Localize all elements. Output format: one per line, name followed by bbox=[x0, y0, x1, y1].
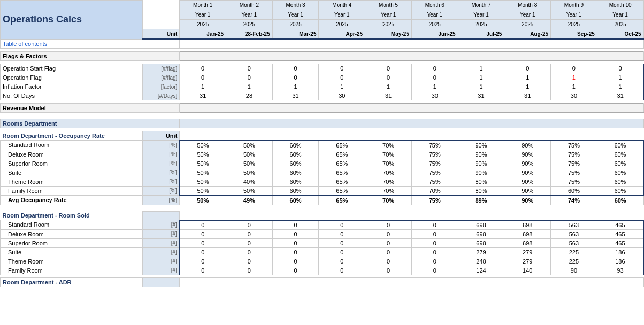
flag-val-1-0: 0 bbox=[180, 73, 226, 82]
occ-val-3-6: 90% bbox=[458, 168, 504, 177]
flag-val-0-0: 0 bbox=[180, 64, 226, 73]
col-header-5: Month 5 bbox=[365, 1, 412, 10]
flag-label-1: Operation Flag bbox=[1, 73, 143, 82]
sold-val-2-5: 0 bbox=[411, 238, 458, 247]
col-header-3: Month 3 bbox=[272, 1, 319, 10]
adr-header: Room Department - ADR bbox=[1, 277, 143, 287]
sold-val-4-4: 0 bbox=[365, 257, 412, 266]
avg-occ-unit: [%] bbox=[142, 196, 179, 205]
occ-val-0-7: 90% bbox=[504, 141, 551, 150]
col-year2-10: 2025 bbox=[597, 20, 643, 29]
flag-val-0-2: 0 bbox=[272, 64, 319, 73]
occ-room-label-4: Theme Room bbox=[1, 177, 143, 186]
occ-val-5-4: 70% bbox=[365, 186, 412, 196]
flag-val-2-0: 1 bbox=[180, 82, 226, 91]
col-year-9: Year 1 bbox=[551, 10, 597, 20]
revenue-section-header: Revenue Model bbox=[1, 104, 180, 113]
col-date-2: 28-Feb-25 bbox=[226, 29, 273, 40]
flag-val-0-3: 0 bbox=[319, 64, 365, 73]
col-year-1: Year 1 bbox=[180, 10, 226, 20]
flag-val-3-8: 30 bbox=[551, 91, 597, 100]
sold-val-5-9: 93 bbox=[597, 266, 643, 275]
occ-val-2-8: 75% bbox=[551, 159, 597, 168]
avg-occ-val-5: 75% bbox=[411, 196, 458, 205]
col-year2-9: 2025 bbox=[551, 20, 597, 29]
occ-val-4-2: 60% bbox=[272, 177, 319, 186]
sold-val-0-1: 0 bbox=[226, 220, 273, 230]
col-year-5: Year 1 bbox=[365, 10, 412, 20]
occ-rate-unit-label: Unit bbox=[142, 131, 179, 141]
occ-val-4-9: 60% bbox=[597, 177, 643, 186]
occ-val-2-4: 70% bbox=[365, 159, 412, 168]
sold-val-3-2: 0 bbox=[272, 247, 319, 257]
sold-val-2-1: 0 bbox=[226, 238, 273, 247]
room-sold-header: Room Department - Room Sold bbox=[1, 211, 143, 220]
sold-val-3-6: 279 bbox=[458, 247, 504, 257]
sold-val-2-4: 0 bbox=[365, 238, 412, 247]
occ-val-1-6: 90% bbox=[458, 150, 504, 159]
flag-unit-0: [#/flag] bbox=[142, 64, 179, 73]
occ-val-4-8: 75% bbox=[551, 177, 597, 186]
occ-val-2-5: 75% bbox=[411, 159, 458, 168]
sold-val-2-7: 698 bbox=[504, 238, 551, 247]
flag-val-3-3: 30 bbox=[319, 91, 365, 100]
flag-val-0-6: 1 bbox=[458, 64, 504, 73]
flag-unit-3: [#/Days] bbox=[142, 91, 179, 100]
occ-val-2-9: 60% bbox=[597, 159, 643, 168]
occ-val-0-5: 75% bbox=[411, 141, 458, 150]
occ-val-1-1: 50% bbox=[226, 150, 273, 159]
flag-val-2-6: 1 bbox=[458, 82, 504, 91]
occ-room-label-2: Superior Room bbox=[1, 159, 143, 168]
sold-val-5-0: 0 bbox=[180, 266, 226, 275]
occ-val-5-2: 60% bbox=[272, 186, 319, 196]
flags-section-header: Flags & Factors bbox=[1, 52, 180, 61]
col-year2-8: 2025 bbox=[504, 20, 551, 29]
flag-val-1-1: 0 bbox=[226, 73, 273, 82]
occ-val-0-9: 60% bbox=[597, 141, 643, 150]
sold-val-4-8: 225 bbox=[551, 257, 597, 266]
sold-val-0-9: 465 bbox=[597, 220, 643, 230]
occ-val-5-5: 70% bbox=[411, 186, 458, 196]
flag-val-2-2: 1 bbox=[272, 82, 319, 91]
sold-val-1-9: 465 bbox=[597, 229, 643, 238]
flag-val-2-8: 1 bbox=[551, 82, 597, 91]
occ-val-3-5: 75% bbox=[411, 168, 458, 177]
occ-val-5-3: 65% bbox=[319, 186, 365, 196]
toc-link[interactable]: Table of contents bbox=[3, 41, 47, 47]
occ-val-2-3: 65% bbox=[319, 159, 365, 168]
sold-val-0-6: 698 bbox=[458, 220, 504, 230]
flag-val-0-9: 0 bbox=[597, 64, 643, 73]
sold-val-5-1: 0 bbox=[226, 266, 273, 275]
avg-occ-val-3: 65% bbox=[319, 196, 365, 205]
col-header-4: Month 4 bbox=[319, 1, 365, 10]
occ-val-3-3: 65% bbox=[319, 168, 365, 177]
col-date-6: Jun-25 bbox=[411, 29, 458, 40]
flag-val-3-1: 28 bbox=[226, 91, 273, 100]
occ-val-4-7: 90% bbox=[504, 177, 551, 186]
occ-val-3-4: 70% bbox=[365, 168, 412, 177]
col-date-4: Apr-25 bbox=[319, 29, 365, 40]
sold-val-3-5: 0 bbox=[411, 247, 458, 257]
avg-occ-val-6: 89% bbox=[458, 196, 504, 205]
sold-val-1-3: 0 bbox=[319, 229, 365, 238]
occ-val-1-9: 60% bbox=[597, 150, 643, 159]
col-year-7: Year 1 bbox=[458, 10, 504, 20]
sold-val-2-8: 563 bbox=[551, 238, 597, 247]
flag-unit-1: [#/flag] bbox=[142, 73, 179, 82]
sold-val-4-9: 186 bbox=[597, 257, 643, 266]
col-year-3: Year 1 bbox=[272, 10, 319, 20]
avg-occ-val-4: 70% bbox=[365, 196, 412, 205]
occ-room-label-1: Deluxe Room bbox=[1, 150, 143, 159]
occ-val-5-9: 60% bbox=[597, 186, 643, 196]
avg-occ-val-1: 49% bbox=[226, 196, 273, 205]
sold-val-1-4: 0 bbox=[365, 229, 412, 238]
sold-val-1-2: 0 bbox=[272, 229, 319, 238]
col-year2-7: 2025 bbox=[458, 20, 504, 29]
sold-val-5-3: 0 bbox=[319, 266, 365, 275]
col-year2-6: 2025 bbox=[411, 20, 458, 29]
rooms-dept-header: Rooms Department bbox=[1, 119, 180, 128]
sold-val-4-5: 0 bbox=[411, 257, 458, 266]
sold-val-3-0: 0 bbox=[180, 247, 226, 257]
occ-val-0-2: 60% bbox=[272, 141, 319, 150]
col-year2-1: 2025 bbox=[180, 20, 226, 29]
